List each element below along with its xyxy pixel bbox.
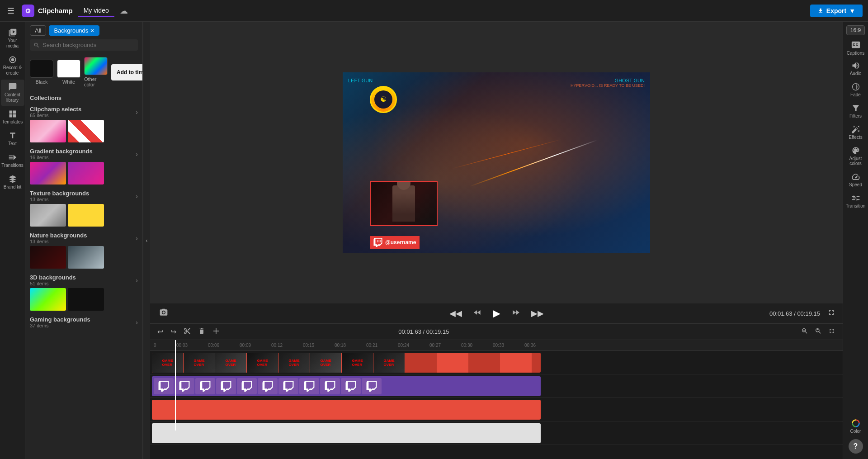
split-button[interactable] xyxy=(211,326,222,338)
right-sidebar-color[interactable]: Color xyxy=(844,416,868,436)
effects-icon xyxy=(851,125,860,134)
zoom-out-button[interactable] xyxy=(799,326,810,338)
sidebar-item-transitions-label: Transitions xyxy=(1,163,24,168)
track-clip-red[interactable] xyxy=(152,400,541,420)
sidebar-item-text-label: Text xyxy=(8,141,16,147)
filter-backgrounds-close[interactable]: ✕ xyxy=(90,28,94,34)
search-input[interactable] xyxy=(42,42,134,48)
game-frame-6: GAMEOVER xyxy=(310,353,342,373)
swatch-white[interactable]: White xyxy=(57,60,80,85)
swatch-other[interactable]: Other color xyxy=(84,57,108,87)
collection-texture-backgrounds[interactable]: Texture backgrounds 13 items › xyxy=(25,187,142,229)
transition-label: Transition xyxy=(846,203,866,208)
sidebar-item-transitions[interactable]: Transitions xyxy=(1,150,24,171)
redo-button[interactable]: ↪ xyxy=(169,326,178,338)
webcam-overlay xyxy=(370,181,438,226)
right-sidebar-transition[interactable]: Transition xyxy=(844,191,868,211)
add-to-timeline-button[interactable]: Add to timeline xyxy=(111,64,143,80)
cut-button[interactable] xyxy=(182,326,193,338)
track-clip-twitch[interactable] xyxy=(152,376,541,396)
collection-thumb xyxy=(30,162,66,185)
transition-icon xyxy=(851,194,860,203)
export-button[interactable]: Export ▼ xyxy=(810,5,863,17)
timeline-tracks[interactable]: 0 00:03 00:06 00:09 00:12 00:15 00:18 00… xyxy=(150,340,843,459)
right-sidebar-audio[interactable]: Audio xyxy=(844,58,868,79)
filters-label: Filters xyxy=(849,114,862,118)
search-icon xyxy=(33,42,40,48)
sidebar-item-templates[interactable]: Templates xyxy=(1,107,24,128)
collection-gradient-backgrounds[interactable]: Gradient backgrounds 16 items › xyxy=(25,145,142,187)
right-sidebar-effects[interactable]: Effects xyxy=(844,122,868,142)
collection-thumb xyxy=(68,162,104,185)
screenshot-button[interactable] xyxy=(157,306,170,321)
filters-icon xyxy=(851,104,860,113)
left-icon-sidebar: Your media Record & create Content libra… xyxy=(0,22,25,459)
undo-button[interactable]: ↩ xyxy=(156,326,165,338)
track-clip-white[interactable] xyxy=(152,423,541,443)
timeline-ruler: 0 00:03 00:06 00:09 00:12 00:15 00:18 00… xyxy=(150,340,843,351)
left-panel: All Backgrounds ✕ Black White Other colo… xyxy=(25,22,143,459)
collection-thumb xyxy=(68,288,104,311)
help-button[interactable]: ? xyxy=(849,439,863,454)
game-frame-8: GAMEOVER xyxy=(373,353,405,373)
zoom-in-button[interactable] xyxy=(813,326,824,338)
speed-label: Speed xyxy=(849,182,862,187)
delete-button[interactable] xyxy=(196,326,207,338)
collection-clipchamp-selects[interactable]: Clipchamp selects 65 items › xyxy=(25,103,142,145)
search-box[interactable] xyxy=(30,39,138,51)
adjust-colors-icon xyxy=(851,146,860,155)
collection-thumb xyxy=(68,120,104,142)
filter-backgrounds-chip[interactable]: Backgrounds ✕ xyxy=(49,25,99,36)
topbar: ☰ Clipchamp My video ☁ Export ▼ xyxy=(0,0,868,22)
collection-gaming-backgrounds[interactable]: Gaming backgrounds 37 items › xyxy=(25,313,142,333)
twitch-logo-clip xyxy=(299,378,319,394)
collection-nature-backgrounds[interactable]: Nature backgrounds 13 items › xyxy=(25,229,142,271)
hamburger-icon[interactable]: ☰ xyxy=(5,4,16,18)
sidebar-item-brand-kit[interactable]: Brand kit xyxy=(1,172,24,193)
rewind-button[interactable] xyxy=(471,306,484,321)
cloud-icon[interactable]: ☁ xyxy=(120,6,128,16)
filter-all-chip[interactable]: All xyxy=(30,25,46,36)
track-row-white[interactable] xyxy=(150,421,843,445)
sidebar-item-record-create[interactable]: Record & create xyxy=(1,52,24,79)
fade-label: Fade xyxy=(850,92,861,97)
play-button[interactable]: ▶ xyxy=(491,306,502,321)
track-row-game[interactable]: GAMEOVER GAMEOVER GAMEOVER GAMEOVER GAME… xyxy=(150,351,843,374)
timeline-expand-button[interactable] xyxy=(826,326,837,338)
skip-back-button[interactable]: ◀◀ xyxy=(448,307,464,320)
chevron-icon: › xyxy=(136,151,138,158)
transport-bar: ◀◀ ▶ ▶▶ 00:01.63 / 00:19.15 xyxy=(150,303,843,323)
panel-collapse-button[interactable]: ‹ xyxy=(143,22,150,459)
game-frame-2: GAMEOVER xyxy=(184,353,215,373)
track-clip-game[interactable]: GAMEOVER GAMEOVER GAMEOVER GAMEOVER GAME… xyxy=(152,353,541,373)
swatch-other-label: Other color xyxy=(84,76,108,87)
sidebar-item-your-media[interactable]: Your media xyxy=(1,25,24,52)
swatch-black[interactable]: Black xyxy=(30,60,53,85)
twitch-logo-clip xyxy=(195,378,215,394)
fullscreen-button[interactable] xyxy=(827,308,835,318)
forward-button[interactable] xyxy=(509,306,522,321)
timeline: ↩ ↪ 00:01.63 / 00:19.15 xyxy=(150,323,843,459)
speed-icon xyxy=(851,172,860,181)
right-sidebar-adjust-colors[interactable]: Adjust colors xyxy=(844,143,868,169)
captions-button[interactable]: Captions xyxy=(845,38,866,57)
fade-icon xyxy=(851,82,860,91)
chevron-icon: › xyxy=(136,235,138,242)
right-sidebar-speed[interactable]: Speed xyxy=(844,170,868,190)
adjust-colors-label: Adjust colors xyxy=(846,156,866,166)
sidebar-item-text[interactable]: Text xyxy=(1,128,24,149)
collection-3d-backgrounds[interactable]: 3D backgrounds 51 items › xyxy=(25,271,142,313)
myvideo-tab[interactable]: My video xyxy=(78,5,114,17)
preview-bg: LEFT GUN GHOST GUN HYPERVOID... IS READY… xyxy=(343,72,650,253)
audio-label: Audio xyxy=(850,71,862,76)
right-sidebar-fade[interactable]: Fade xyxy=(844,80,868,100)
aspect-ratio-button[interactable]: 16:9 xyxy=(846,25,865,35)
track-row-twitch[interactable] xyxy=(150,374,843,398)
color-icon xyxy=(851,419,860,428)
skip-forward-button[interactable]: ▶▶ xyxy=(529,307,546,320)
sidebar-item-templates-label: Templates xyxy=(2,119,23,125)
right-sidebar-filters[interactable]: Filters xyxy=(844,101,868,121)
sidebar-item-content-library[interactable]: Content library xyxy=(1,80,24,106)
timeline-timecode: 00:01.63 / 00:19.15 xyxy=(398,328,449,335)
track-row-red[interactable] xyxy=(150,398,843,421)
